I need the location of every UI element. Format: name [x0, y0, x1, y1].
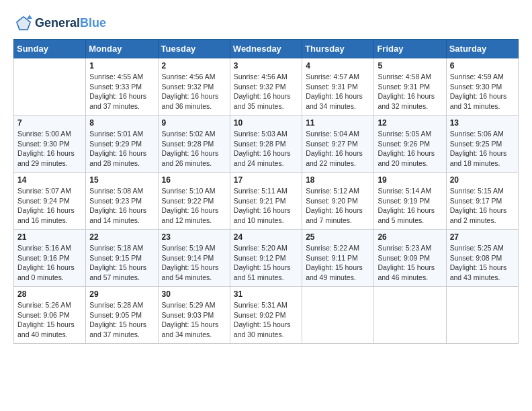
day-number: 24 [234, 232, 298, 242]
day-info: Sunrise: 5:14 AM Sunset: 9:19 PM Dayligh… [378, 186, 442, 226]
day-cell: 18Sunrise: 5:12 AM Sunset: 9:20 PM Dayli… [302, 173, 374, 230]
day-info: Sunrise: 5:10 AM Sunset: 9:22 PM Dayligh… [162, 186, 226, 226]
day-cell: 22Sunrise: 5:18 AM Sunset: 9:15 PM Dayli… [86, 230, 158, 287]
day-cell: 15Sunrise: 5:08 AM Sunset: 9:23 PM Dayli… [86, 173, 158, 230]
day-cell [302, 287, 374, 344]
day-cell: 9Sunrise: 5:02 AM Sunset: 9:28 PM Daylig… [158, 116, 230, 173]
day-number: 11 [306, 118, 370, 128]
day-cell: 29Sunrise: 5:28 AM Sunset: 9:05 PM Dayli… [86, 287, 158, 344]
day-cell: 12Sunrise: 5:05 AM Sunset: 9:26 PM Dayli… [374, 116, 446, 173]
day-number: 8 [89, 118, 154, 128]
day-info: Sunrise: 5:29 AM Sunset: 9:03 PM Dayligh… [162, 300, 226, 340]
day-number: 17 [234, 175, 298, 185]
day-number: 1 [89, 61, 154, 71]
day-info: Sunrise: 4:58 AM Sunset: 9:31 PM Dayligh… [378, 72, 442, 111]
day-cell: 23Sunrise: 5:19 AM Sunset: 9:14 PM Dayli… [158, 230, 230, 287]
week-row-5: 28Sunrise: 5:26 AM Sunset: 9:06 PM Dayli… [14, 287, 519, 344]
day-info: Sunrise: 4:55 AM Sunset: 9:33 PM Dayligh… [89, 72, 154, 111]
day-info: Sunrise: 5:31 AM Sunset: 9:02 PM Dayligh… [234, 300, 298, 340]
day-number: 18 [306, 175, 370, 185]
day-info: Sunrise: 5:11 AM Sunset: 9:21 PM Dayligh… [234, 186, 298, 226]
weekday-friday: Friday [374, 40, 446, 58]
day-cell: 21Sunrise: 5:16 AM Sunset: 9:16 PM Dayli… [14, 230, 86, 287]
day-number: 20 [450, 175, 515, 185]
day-info: Sunrise: 5:06 AM Sunset: 9:25 PM Dayligh… [450, 129, 515, 169]
day-info: Sunrise: 5:07 AM Sunset: 9:24 PM Dayligh… [17, 186, 82, 226]
day-info: Sunrise: 5:16 AM Sunset: 9:16 PM Dayligh… [17, 243, 82, 283]
day-cell: 28Sunrise: 5:26 AM Sunset: 9:06 PM Dayli… [14, 287, 86, 344]
day-cell: 25Sunrise: 5:22 AM Sunset: 9:11 PM Dayli… [302, 230, 374, 287]
day-cell: 13Sunrise: 5:06 AM Sunset: 9:25 PM Dayli… [446, 116, 518, 173]
day-cell: 27Sunrise: 5:25 AM Sunset: 9:08 PM Dayli… [446, 230, 518, 287]
day-number: 9 [162, 118, 226, 128]
day-number: 29 [89, 289, 154, 299]
logo: GeneralBlue [13, 13, 106, 34]
day-cell: 24Sunrise: 5:20 AM Sunset: 9:12 PM Dayli… [230, 230, 302, 287]
day-cell: 30Sunrise: 5:29 AM Sunset: 9:03 PM Dayli… [158, 287, 230, 344]
logo-icon [13, 13, 34, 34]
day-number: 5 [378, 61, 442, 71]
weekday-monday: Monday [86, 40, 158, 58]
day-cell: 14Sunrise: 5:07 AM Sunset: 9:24 PM Dayli… [14, 173, 86, 230]
day-number: 25 [306, 232, 370, 242]
day-number: 2 [162, 61, 226, 71]
day-number: 6 [450, 61, 515, 71]
day-number: 28 [17, 289, 82, 299]
day-number: 26 [378, 232, 442, 242]
day-cell [374, 287, 446, 344]
day-cell: 6Sunrise: 4:59 AM Sunset: 9:30 PM Daylig… [446, 58, 518, 116]
day-cell: 16Sunrise: 5:10 AM Sunset: 9:22 PM Dayli… [158, 173, 230, 230]
day-info: Sunrise: 5:08 AM Sunset: 9:23 PM Dayligh… [89, 186, 154, 226]
weekday-sunday: Sunday [14, 40, 86, 58]
day-cell: 17Sunrise: 5:11 AM Sunset: 9:21 PM Dayli… [230, 173, 302, 230]
day-cell: 10Sunrise: 5:03 AM Sunset: 9:28 PM Dayli… [230, 116, 302, 173]
day-info: Sunrise: 5:15 AM Sunset: 9:17 PM Dayligh… [450, 186, 515, 226]
day-number: 12 [378, 118, 442, 128]
day-info: Sunrise: 5:18 AM Sunset: 9:15 PM Dayligh… [89, 243, 154, 283]
day-info: Sunrise: 5:00 AM Sunset: 9:30 PM Dayligh… [17, 129, 82, 169]
day-cell: 31Sunrise: 5:31 AM Sunset: 9:02 PM Dayli… [230, 287, 302, 344]
day-info: Sunrise: 5:26 AM Sunset: 9:06 PM Dayligh… [17, 300, 82, 340]
day-cell: 1Sunrise: 4:55 AM Sunset: 9:33 PM Daylig… [86, 58, 158, 116]
day-number: 15 [89, 175, 154, 185]
day-info: Sunrise: 5:01 AM Sunset: 9:29 PM Dayligh… [89, 129, 154, 169]
day-cell: 4Sunrise: 4:57 AM Sunset: 9:31 PM Daylig… [302, 58, 374, 116]
day-cell: 8Sunrise: 5:01 AM Sunset: 9:29 PM Daylig… [86, 116, 158, 173]
day-cell: 2Sunrise: 4:56 AM Sunset: 9:32 PM Daylig… [158, 58, 230, 116]
day-info: Sunrise: 5:04 AM Sunset: 9:27 PM Dayligh… [306, 129, 370, 169]
day-number: 30 [162, 289, 226, 299]
day-info: Sunrise: 5:25 AM Sunset: 9:08 PM Dayligh… [450, 243, 515, 283]
day-cell [446, 287, 518, 344]
day-info: Sunrise: 4:56 AM Sunset: 9:32 PM Dayligh… [162, 72, 226, 111]
day-cell: 3Sunrise: 4:56 AM Sunset: 9:32 PM Daylig… [230, 58, 302, 116]
day-cell: 5Sunrise: 4:58 AM Sunset: 9:31 PM Daylig… [374, 58, 446, 116]
weekday-tuesday: Tuesday [158, 40, 230, 58]
weekday-header-row: SundayMondayTuesdayWednesdayThursdayFrid… [14, 40, 519, 58]
day-number: 23 [162, 232, 226, 242]
day-info: Sunrise: 5:23 AM Sunset: 9:09 PM Dayligh… [378, 243, 442, 283]
weekday-thursday: Thursday [302, 40, 374, 58]
day-info: Sunrise: 4:57 AM Sunset: 9:31 PM Dayligh… [306, 72, 370, 111]
day-info: Sunrise: 5:20 AM Sunset: 9:12 PM Dayligh… [234, 243, 298, 283]
day-number: 10 [234, 118, 298, 128]
week-row-2: 7Sunrise: 5:00 AM Sunset: 9:30 PM Daylig… [14, 116, 519, 173]
day-number: 27 [450, 232, 515, 242]
day-number: 21 [17, 232, 82, 242]
day-info: Sunrise: 5:03 AM Sunset: 9:28 PM Dayligh… [234, 129, 298, 169]
day-cell [14, 58, 86, 116]
day-number: 13 [450, 118, 515, 128]
weekday-saturday: Saturday [446, 40, 518, 58]
calendar-table: SundayMondayTuesdayWednesdayThursdayFrid… [13, 39, 519, 344]
svg-marker-2 [27, 15, 32, 19]
calendar-body: 1Sunrise: 4:55 AM Sunset: 9:33 PM Daylig… [14, 58, 519, 344]
day-number: 3 [234, 61, 298, 71]
day-number: 14 [17, 175, 82, 185]
week-row-1: 1Sunrise: 4:55 AM Sunset: 9:33 PM Daylig… [14, 58, 519, 116]
day-info: Sunrise: 5:22 AM Sunset: 9:11 PM Dayligh… [306, 243, 370, 283]
day-info: Sunrise: 5:28 AM Sunset: 9:05 PM Dayligh… [89, 300, 154, 340]
day-cell: 7Sunrise: 5:00 AM Sunset: 9:30 PM Daylig… [14, 116, 86, 173]
day-number: 22 [89, 232, 154, 242]
day-number: 31 [234, 289, 298, 299]
day-cell: 11Sunrise: 5:04 AM Sunset: 9:27 PM Dayli… [302, 116, 374, 173]
day-number: 4 [306, 61, 370, 71]
